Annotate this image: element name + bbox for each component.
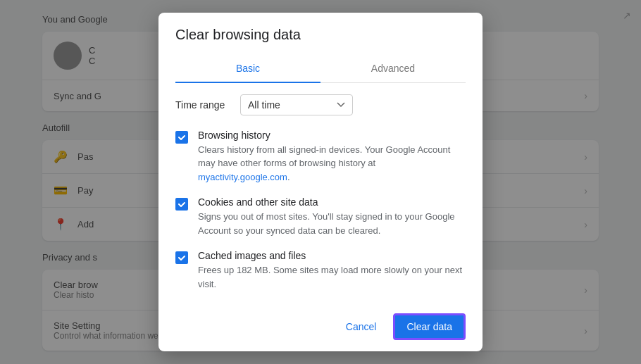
cancel-button[interactable]: Cancel <box>335 315 388 338</box>
clear-browsing-data-dialog: Clear browsing data Basic Advanced Time … <box>158 13 483 352</box>
clear-data-button[interactable]: Clear data <box>393 313 466 340</box>
checkbox-checked[interactable] <box>175 131 188 144</box>
cached-images-checkbox[interactable] <box>175 251 188 264</box>
dialog-title: Clear browsing data <box>175 27 466 43</box>
cookies-title: Cookies and other site data <box>198 196 466 208</box>
browsing-history-title: Browsing history <box>198 130 466 141</box>
dialog-footer: Cancel Clear data <box>158 302 483 351</box>
tab-advanced[interactable]: Advanced <box>320 54 466 82</box>
checkbox-checked[interactable] <box>175 198 188 211</box>
tab-basic[interactable]: Basic <box>175 54 320 82</box>
dialog-header: Clear browsing data Basic Advanced <box>158 13 483 83</box>
browsing-history-desc: Clears history from all signed-in device… <box>198 143 466 184</box>
time-range-row: Time range All time Last hour Last 24 ho… <box>175 94 466 115</box>
cookies-item: Cookies and other site data Signs you ou… <box>175 196 466 237</box>
browsing-history-item: Browsing history Clears history from all… <box>175 130 466 184</box>
time-range-label: Time range <box>175 99 232 111</box>
time-range-select[interactable]: All time Last hour Last 24 hours Last 7 … <box>240 94 353 115</box>
dialog-body: Time range All time Last hour Last 24 ho… <box>158 83 483 303</box>
cookies-desc: Signs you out of most sites. You'll stay… <box>198 210 466 237</box>
cached-images-item: Cached images and files Frees up 182 MB.… <box>175 250 466 291</box>
cookies-checkbox[interactable] <box>175 198 188 211</box>
cached-images-title: Cached images and files <box>198 250 466 261</box>
modal-overlay: Clear browsing data Basic Advanced Time … <box>0 0 641 364</box>
checkbox-checked[interactable] <box>175 251 188 264</box>
browsing-history-checkbox[interactable] <box>175 131 188 144</box>
dialog-tabs: Basic Advanced <box>175 54 466 83</box>
cached-images-desc: Frees up 182 MB. Some sites may load mor… <box>198 263 466 291</box>
myactivity-link[interactable]: myactivity.google.com <box>198 172 287 182</box>
